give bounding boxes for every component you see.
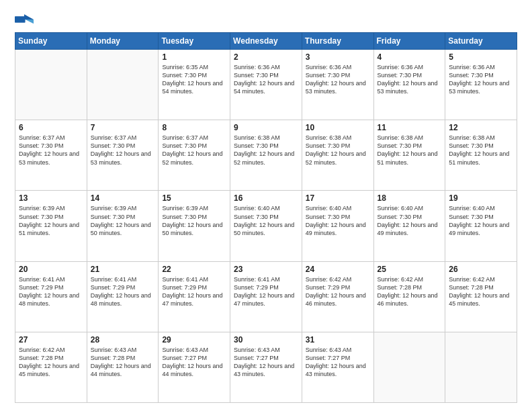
day-info: Sunrise: 6:38 AM Sunset: 7:30 PM Dayligh… (234, 134, 298, 167)
logo (15, 12, 36, 27)
day-cell: 31Sunrise: 6:43 AM Sunset: 7:27 PM Dayli… (302, 332, 373, 402)
day-info: Sunrise: 6:37 AM Sunset: 7:30 PM Dayligh… (162, 134, 226, 167)
day-number: 9 (234, 123, 298, 132)
page: SundayMondayTuesdayWednesdayThursdayFrid… (0, 0, 532, 411)
day-cell: 14Sunrise: 6:39 AM Sunset: 7:30 PM Dayli… (87, 191, 159, 261)
day-number: 22 (162, 265, 226, 274)
weekday-header-tuesday: Tuesday (159, 33, 230, 50)
day-number: 5 (449, 52, 513, 62)
day-cell (373, 332, 445, 402)
day-cell: 30Sunrise: 6:43 AM Sunset: 7:27 PM Dayli… (230, 332, 302, 402)
day-cell: 17Sunrise: 6:40 AM Sunset: 7:30 PM Dayli… (302, 191, 373, 261)
day-cell: 24Sunrise: 6:42 AM Sunset: 7:29 PM Dayli… (302, 261, 373, 332)
day-number: 6 (19, 123, 83, 132)
day-info: Sunrise: 6:36 AM Sunset: 7:30 PM Dayligh… (234, 63, 298, 96)
day-number: 21 (91, 265, 155, 274)
day-info: Sunrise: 6:41 AM Sunset: 7:29 PM Dayligh… (162, 275, 226, 308)
day-info: Sunrise: 6:38 AM Sunset: 7:30 PM Dayligh… (449, 134, 513, 167)
day-number: 2 (234, 52, 298, 62)
day-cell: 15Sunrise: 6:39 AM Sunset: 7:30 PM Dayli… (159, 191, 230, 261)
day-info: Sunrise: 6:38 AM Sunset: 7:30 PM Dayligh… (378, 134, 442, 167)
week-row-4: 27Sunrise: 6:42 AM Sunset: 7:28 PM Dayli… (15, 332, 517, 402)
weekday-header-friday: Friday (373, 33, 445, 50)
day-cell: 7Sunrise: 6:37 AM Sunset: 7:30 PM Daylig… (87, 120, 159, 191)
day-number: 20 (19, 265, 83, 274)
day-info: Sunrise: 6:41 AM Sunset: 7:29 PM Dayligh… (234, 275, 298, 308)
day-number: 15 (162, 193, 226, 203)
svg-marker-1 (24, 14, 34, 19)
day-cell: 12Sunrise: 6:38 AM Sunset: 7:30 PM Dayli… (445, 120, 517, 191)
weekday-header-monday: Monday (87, 33, 159, 50)
day-info: Sunrise: 6:41 AM Sunset: 7:29 PM Dayligh… (19, 275, 83, 308)
day-cell: 27Sunrise: 6:42 AM Sunset: 7:28 PM Dayli… (15, 332, 87, 402)
day-number: 17 (306, 193, 370, 203)
week-row-0: 1Sunrise: 6:35 AM Sunset: 7:30 PM Daylig… (15, 50, 517, 120)
day-number: 7 (91, 123, 155, 132)
day-cell: 11Sunrise: 6:38 AM Sunset: 7:30 PM Dayli… (373, 120, 445, 191)
day-number: 28 (91, 335, 155, 345)
day-info: Sunrise: 6:36 AM Sunset: 7:30 PM Dayligh… (449, 63, 513, 96)
weekday-header-thursday: Thursday (302, 33, 373, 50)
day-info: Sunrise: 6:37 AM Sunset: 7:30 PM Dayligh… (91, 134, 155, 167)
day-cell: 28Sunrise: 6:43 AM Sunset: 7:28 PM Dayli… (87, 332, 159, 402)
day-number: 16 (234, 193, 298, 203)
day-cell: 25Sunrise: 6:42 AM Sunset: 7:28 PM Dayli… (373, 261, 445, 332)
day-number: 3 (306, 52, 370, 62)
day-number: 1 (162, 52, 226, 62)
day-info: Sunrise: 6:39 AM Sunset: 7:30 PM Dayligh… (19, 204, 83, 237)
day-cell: 5Sunrise: 6:36 AM Sunset: 7:30 PM Daylig… (445, 50, 517, 120)
week-row-1: 6Sunrise: 6:37 AM Sunset: 7:30 PM Daylig… (15, 120, 517, 191)
day-cell: 22Sunrise: 6:41 AM Sunset: 7:29 PM Dayli… (159, 261, 230, 332)
day-info: Sunrise: 6:40 AM Sunset: 7:30 PM Dayligh… (306, 204, 370, 237)
header (15, 12, 517, 27)
svg-marker-2 (26, 19, 34, 24)
day-cell: 29Sunrise: 6:43 AM Sunset: 7:27 PM Dayli… (159, 332, 230, 402)
day-number: 24 (306, 265, 370, 274)
day-info: Sunrise: 6:43 AM Sunset: 7:28 PM Dayligh… (91, 346, 155, 379)
day-number: 12 (449, 123, 513, 132)
day-info: Sunrise: 6:39 AM Sunset: 7:30 PM Dayligh… (91, 204, 155, 237)
day-cell: 1Sunrise: 6:35 AM Sunset: 7:30 PM Daylig… (159, 50, 230, 120)
day-number: 13 (19, 193, 83, 203)
day-info: Sunrise: 6:42 AM Sunset: 7:28 PM Dayligh… (378, 275, 442, 308)
day-cell: 18Sunrise: 6:40 AM Sunset: 7:30 PM Dayli… (373, 191, 445, 261)
day-cell (15, 50, 87, 120)
day-cell (87, 50, 159, 120)
day-info: Sunrise: 6:39 AM Sunset: 7:30 PM Dayligh… (162, 204, 226, 237)
day-info: Sunrise: 6:36 AM Sunset: 7:30 PM Dayligh… (306, 63, 370, 96)
day-info: Sunrise: 6:41 AM Sunset: 7:29 PM Dayligh… (91, 275, 155, 308)
day-number: 31 (306, 335, 370, 345)
day-info: Sunrise: 6:43 AM Sunset: 7:27 PM Dayligh… (162, 346, 226, 379)
day-number: 8 (162, 123, 226, 132)
day-cell: 8Sunrise: 6:37 AM Sunset: 7:30 PM Daylig… (159, 120, 230, 191)
day-number: 11 (378, 123, 442, 132)
weekday-header-wednesday: Wednesday (230, 33, 302, 50)
day-info: Sunrise: 6:40 AM Sunset: 7:30 PM Dayligh… (234, 204, 298, 237)
logo-icon (15, 12, 34, 27)
day-cell (445, 332, 517, 402)
day-number: 30 (234, 335, 298, 345)
day-number: 14 (91, 193, 155, 203)
day-info: Sunrise: 6:42 AM Sunset: 7:29 PM Dayligh… (306, 275, 370, 308)
day-info: Sunrise: 6:35 AM Sunset: 7:30 PM Dayligh… (162, 63, 226, 96)
day-number: 23 (234, 265, 298, 274)
day-cell: 16Sunrise: 6:40 AM Sunset: 7:30 PM Dayli… (230, 191, 302, 261)
day-cell: 3Sunrise: 6:36 AM Sunset: 7:30 PM Daylig… (302, 50, 373, 120)
day-cell: 4Sunrise: 6:36 AM Sunset: 7:30 PM Daylig… (373, 50, 445, 120)
day-info: Sunrise: 6:37 AM Sunset: 7:30 PM Dayligh… (19, 134, 83, 167)
day-number: 29 (162, 335, 226, 345)
week-row-3: 20Sunrise: 6:41 AM Sunset: 7:29 PM Dayli… (15, 261, 517, 332)
day-cell: 6Sunrise: 6:37 AM Sunset: 7:30 PM Daylig… (15, 120, 87, 191)
day-cell: 2Sunrise: 6:36 AM Sunset: 7:30 PM Daylig… (230, 50, 302, 120)
day-info: Sunrise: 6:36 AM Sunset: 7:30 PM Dayligh… (378, 63, 442, 96)
day-info: Sunrise: 6:42 AM Sunset: 7:28 PM Dayligh… (449, 275, 513, 308)
calendar-table: SundayMondayTuesdayWednesdayThursdayFrid… (15, 32, 517, 403)
day-number: 26 (449, 265, 513, 274)
day-info: Sunrise: 6:38 AM Sunset: 7:30 PM Dayligh… (306, 134, 370, 167)
weekday-header-saturday: Saturday (445, 33, 517, 50)
day-cell: 9Sunrise: 6:38 AM Sunset: 7:30 PM Daylig… (230, 120, 302, 191)
svg-rect-0 (15, 16, 26, 22)
week-row-2: 13Sunrise: 6:39 AM Sunset: 7:30 PM Dayli… (15, 191, 517, 261)
day-info: Sunrise: 6:40 AM Sunset: 7:30 PM Dayligh… (449, 204, 513, 237)
day-info: Sunrise: 6:42 AM Sunset: 7:28 PM Dayligh… (19, 346, 83, 379)
